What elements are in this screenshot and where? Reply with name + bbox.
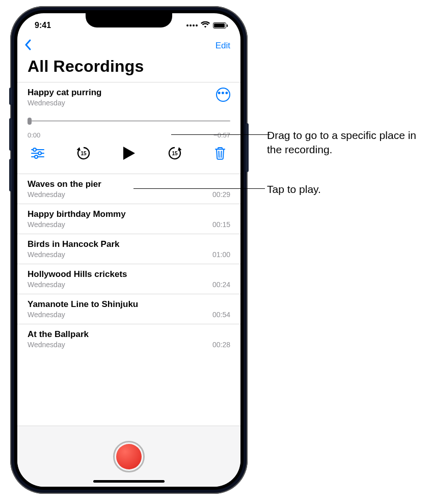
- record-button[interactable]: [113, 441, 145, 472]
- recording-duration: 00:24: [212, 281, 230, 289]
- power-button: [246, 123, 249, 172]
- svg-marker-9: [178, 147, 182, 151]
- recording-duration: 01:00: [212, 250, 230, 259]
- callout-scrub: Drag to go to a specific place in the re…: [267, 128, 425, 157]
- recording-row[interactable]: At the BallparkWednesday00:28: [17, 324, 240, 354]
- slider-thumb[interactable]: [28, 118, 32, 125]
- remaining-time: −0:57: [213, 131, 230, 139]
- expanded-title: Happy cat purring: [28, 88, 101, 98]
- recording-row[interactable]: Birds in Hancock ParkWednesday01:00: [17, 234, 240, 264]
- skip-back-15-button[interactable]: 15: [73, 143, 94, 163]
- home-indicator[interactable]: [93, 480, 165, 483]
- svg-point-3: [38, 152, 41, 155]
- mute-switch: [9, 88, 12, 105]
- recording-title: Hollywood Hills crickets: [28, 269, 127, 279]
- recording-row[interactable]: Hollywood Hills cricketsWednesday00:24: [17, 264, 240, 294]
- status-time: 9:41: [35, 21, 51, 30]
- recording-date: Wednesday: [28, 341, 89, 349]
- status-right: [186, 21, 226, 30]
- more-options-button[interactable]: •••: [216, 88, 230, 102]
- trash-icon: [214, 147, 226, 160]
- wifi-icon: [201, 21, 210, 30]
- recording-title: Waves on the pier: [28, 179, 101, 189]
- recording-row[interactable]: Waves on the pierWednesday00:29: [17, 174, 240, 204]
- recording-date: Wednesday: [28, 281, 127, 289]
- recording-date: Wednesday: [28, 250, 119, 259]
- svg-point-1: [33, 148, 36, 151]
- svg-marker-8: [123, 147, 135, 160]
- slider-track: [28, 120, 230, 122]
- recording-duration: 00:15: [212, 220, 230, 229]
- iphone-frame: 9:41 Edit All Recordings: [10, 6, 248, 494]
- callout-play: Tap to play.: [267, 182, 420, 197]
- notch: [86, 10, 172, 27]
- expanded-recording: Happy cat purring Wednesday ••• 0:00 −0:…: [17, 82, 240, 174]
- back-button[interactable]: [24, 39, 32, 53]
- recording-title: Happy birthday Mommy: [28, 209, 126, 219]
- recording-duration: 00:28: [212, 341, 230, 349]
- svg-text:15: 15: [80, 151, 87, 156]
- recording-row[interactable]: Yamanote Line to ShinjukuWednesday00:54: [17, 294, 240, 324]
- expanded-date: Wednesday: [28, 99, 101, 107]
- play-icon: [122, 146, 136, 160]
- svg-line-11: [219, 151, 220, 157]
- recording-duration: 00:54: [212, 311, 230, 319]
- svg-point-5: [35, 155, 38, 158]
- recording-title: Birds in Hancock Park: [28, 239, 119, 249]
- recording-date: Wednesday: [28, 220, 126, 229]
- callout-scrub-text: Drag to go to a specific place in the re…: [267, 129, 416, 155]
- bezel: 9:41 Edit All Recordings: [14, 10, 244, 490]
- battery-icon: [213, 22, 226, 29]
- skip-forward-15-button[interactable]: 15: [165, 143, 185, 163]
- cellular-signal-icon: [186, 24, 198, 26]
- recording-row[interactable]: Happy birthday MommyWednesday00:15: [17, 204, 240, 234]
- svg-line-12: [221, 151, 222, 157]
- svg-marker-6: [76, 147, 80, 151]
- nav-bar: Edit: [17, 38, 240, 56]
- screen: 9:41 Edit All Recordings: [17, 13, 240, 487]
- playback-slider[interactable]: [28, 118, 230, 130]
- skip-back-icon: 15: [76, 146, 91, 161]
- elapsed-time: 0:00: [28, 131, 40, 139]
- play-button[interactable]: [119, 143, 139, 163]
- record-icon: [116, 444, 142, 469]
- callout-play-text: Tap to play.: [267, 183, 321, 195]
- volume-up-button: [9, 118, 12, 151]
- page-title: All Recordings: [17, 56, 240, 82]
- recording-date: Wednesday: [28, 190, 101, 199]
- recordings-list: Waves on the pierWednesday00:29Happy bir…: [17, 174, 240, 426]
- recording-date: Wednesday: [28, 311, 138, 319]
- skip-forward-icon: 15: [167, 146, 182, 161]
- edit-button[interactable]: Edit: [216, 41, 230, 51]
- options-button[interactable]: [28, 143, 48, 163]
- recording-title: Yamanote Line to Shinjuku: [28, 299, 138, 310]
- svg-text:15: 15: [172, 151, 178, 156]
- recording-title: At the Ballpark: [28, 329, 89, 340]
- playback-controls: 15 15: [28, 139, 230, 166]
- ellipsis-icon: •••: [218, 88, 229, 99]
- bottom-toolbar: [17, 426, 240, 487]
- volume-down-button: [9, 159, 12, 191]
- recording-duration: 00:29: [212, 190, 230, 199]
- delete-button[interactable]: [210, 143, 230, 163]
- sliders-icon: [31, 148, 44, 159]
